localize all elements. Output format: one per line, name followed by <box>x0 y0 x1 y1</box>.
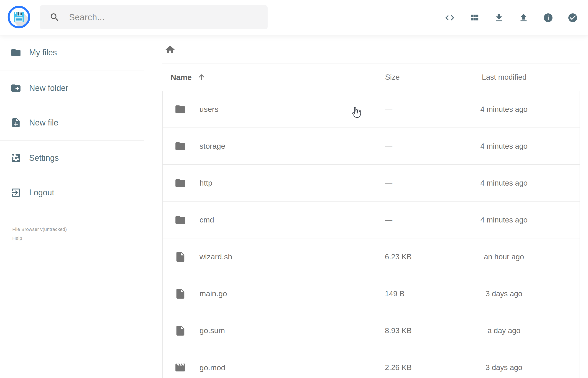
home-icon[interactable] <box>165 44 175 55</box>
sidebar-item-logout[interactable]: Logout <box>0 180 144 205</box>
file-list: users — 4 minutes ago storage — 4 minute… <box>162 91 580 378</box>
app-logo[interactable] <box>8 6 30 28</box>
name-cell: main.go <box>163 288 385 300</box>
item-name: go.sum <box>200 326 225 335</box>
folder-icon <box>174 103 186 115</box>
list-item-users[interactable]: users — 4 minutes ago <box>163 91 580 128</box>
code-icon[interactable] <box>444 13 455 23</box>
listing-header: Name Size Last modified <box>162 64 580 91</box>
info-icon[interactable] <box>543 13 553 23</box>
topbar-actions <box>444 0 578 36</box>
new-folder-icon <box>11 83 21 94</box>
check-circle-icon[interactable] <box>567 13 578 23</box>
name-cell: http <box>163 177 385 189</box>
sort-by-modified-header[interactable]: Last modified <box>479 73 530 81</box>
item-name: main.go <box>200 289 227 298</box>
item-size: 149 B <box>385 289 478 298</box>
name-cell: wizard.sh <box>163 251 385 263</box>
sidebar-item-settings[interactable]: Settings <box>0 146 144 171</box>
item-size: — <box>385 179 478 188</box>
name-cell: users <box>163 103 385 115</box>
sidebar-item-label: New file <box>29 118 58 128</box>
item-modified: an hour ago <box>478 253 530 261</box>
item-name: users <box>200 105 218 114</box>
item-modified: 4 minutes ago <box>478 179 530 188</box>
list-item-main-go[interactable]: main.go 149 B 3 days ago <box>163 275 580 312</box>
file-icon <box>174 251 186 263</box>
breadcrumb <box>162 36 580 64</box>
sidebar-divider <box>0 140 144 140</box>
sort-asc-icon <box>197 73 206 81</box>
item-size: 6.23 KB <box>385 253 478 261</box>
file-icon <box>174 288 186 300</box>
file-icon <box>174 325 186 337</box>
item-modified: 4 minutes ago <box>478 142 530 150</box>
name-cell: go.sum <box>163 325 385 337</box>
sidebar-item-label: Logout <box>29 188 54 197</box>
sidebar-item-label: New folder <box>29 83 68 93</box>
sidebar-footer: File Browser v(untracked) Help <box>0 225 144 243</box>
item-size: 2.26 KB <box>385 363 478 372</box>
item-modified: 3 days ago <box>478 363 530 372</box>
list-item-go-sum[interactable]: go.sum 8.93 KB a day ago <box>163 312 580 349</box>
topbar: Search... <box>0 0 588 36</box>
settings-icon <box>11 153 21 163</box>
search-placeholder: Search... <box>69 13 105 22</box>
folder-icon <box>174 177 186 189</box>
sidebar-item-new-file[interactable]: New file <box>0 110 144 135</box>
movie-file-icon <box>174 362 186 373</box>
upload-icon[interactable] <box>518 13 529 23</box>
logout-icon <box>11 187 21 198</box>
help-link[interactable]: Help <box>12 234 144 243</box>
item-size: — <box>385 105 478 114</box>
item-modified: 3 days ago <box>478 289 530 298</box>
item-name: wizard.sh <box>200 252 232 261</box>
item-name: cmd <box>200 216 214 224</box>
sidebar-divider <box>0 71 144 71</box>
item-modified: a day ago <box>478 326 530 335</box>
sidebar-item-label: Settings <box>29 153 59 163</box>
floppy-disk-icon <box>8 6 30 28</box>
grid-view-icon[interactable] <box>469 13 480 23</box>
item-modified: 4 minutes ago <box>478 105 530 114</box>
name-cell: go.mod <box>163 362 385 373</box>
item-name: http <box>200 178 213 188</box>
app-version: File Browser v(untracked) <box>12 225 144 234</box>
list-item-wizard-sh[interactable]: wizard.sh 6.23 KB an hour ago <box>163 238 580 275</box>
item-size: — <box>385 142 478 150</box>
sort-by-size-header[interactable]: Size <box>385 73 479 81</box>
folder-icon <box>174 140 186 152</box>
file-listing-area: Name Size Last modified users — 4 minute… <box>162 36 580 378</box>
item-name: storage <box>200 142 225 150</box>
folder-icon <box>174 214 186 226</box>
item-modified: 4 minutes ago <box>478 216 530 224</box>
name-cell: storage <box>163 140 385 152</box>
list-item-cmd[interactable]: cmd — 4 minutes ago <box>163 202 580 238</box>
new-file-icon <box>11 117 21 128</box>
sidebar: My files New folder New file Settings Lo… <box>0 36 144 243</box>
sidebar-item-label: My files <box>29 48 57 57</box>
download-icon[interactable] <box>494 13 504 23</box>
item-size: — <box>385 216 478 224</box>
item-name: go.mod <box>200 363 225 372</box>
list-item-go-mod[interactable]: go.mod 2.26 KB 3 days ago <box>163 349 580 378</box>
list-item-http[interactable]: http — 4 minutes ago <box>163 165 580 202</box>
folder-icon <box>11 47 21 58</box>
sidebar-item-new-folder[interactable]: New folder <box>0 76 144 101</box>
sidebar-item-my-files[interactable]: My files <box>0 40 144 65</box>
search-input[interactable]: Search... <box>40 5 267 29</box>
item-size: 8.93 KB <box>385 326 478 335</box>
name-header-label: Name <box>171 73 192 82</box>
name-cell: cmd <box>163 214 385 226</box>
search-icon <box>49 12 60 23</box>
list-item-storage[interactable]: storage — 4 minutes ago <box>163 128 580 165</box>
sort-by-name-header[interactable]: Name <box>162 73 385 82</box>
